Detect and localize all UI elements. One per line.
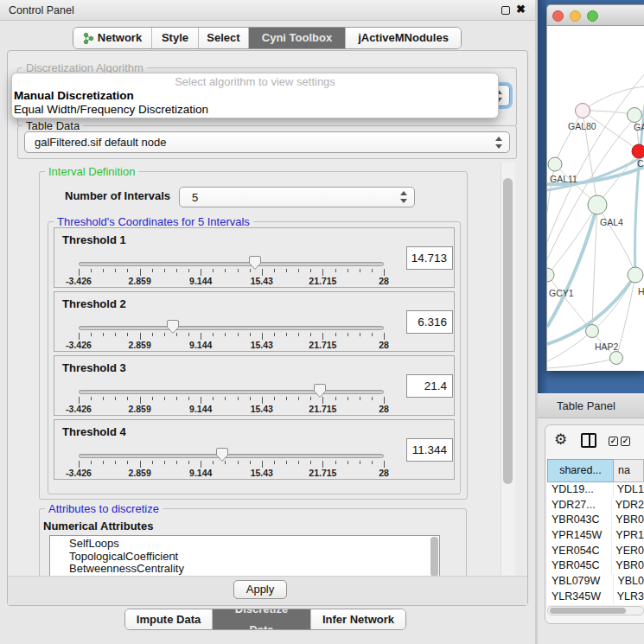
slider-tick [176,269,177,272]
slider-scale-label: 21.715 [309,340,336,350]
node-gal80[interactable] [576,104,590,118]
tab-impute-data[interactable]: Impute Data [125,609,212,629]
cell-name[interactable]: YLR3 [613,590,644,605]
zoom-traffic-light-icon[interactable] [587,10,598,22]
slider-tick [384,269,385,276]
minimize-traffic-light-icon[interactable] [570,10,581,22]
network-canvas[interactable]: GAL80 GA C GAL11 GAL4 GCY1 H HAP2 [546,26,644,371]
attribute-list-item[interactable]: SelfLoops [50,536,439,551]
table-hscrollbar-thumb[interactable] [550,608,626,614]
table-row[interactable]: YPR145WYPR1 [547,528,644,544]
list-scrollbar-thumb[interactable] [430,537,438,577]
node-hap2[interactable] [586,325,599,338]
panel-scrollbar-thumb[interactable] [503,178,513,484]
cell-shared-name[interactable]: YDL19... [547,482,613,498]
popup-option-manual-discretization[interactable]: Manual Discretization [12,89,498,103]
threshold-slider-track[interactable] [79,262,384,266]
cell-name[interactable]: YPR1 [611,528,644,544]
table-row[interactable]: YER054CYER0 [547,544,644,559]
tab-jactivemnodules[interactable]: jActiveMNodules [345,28,461,48]
cell-shared-name[interactable]: YIL052C [547,605,614,606]
tab-discretize-data[interactable]: Discretize Data [212,609,310,629]
cell-shared-name[interactable]: YBR043C [547,513,611,528]
threshold-value-field[interactable]: 14.713 [406,246,453,270]
cell-name[interactable]: YBL0 [613,574,644,590]
node-h[interactable] [628,267,643,283]
gear-icon[interactable]: ⚙ [554,431,567,449]
threshold-value-field[interactable]: 6.316 [406,310,453,334]
table-row[interactable]: YLR345WYLR3 [547,590,644,605]
table-row[interactable]: YDR27...YDR2 [547,498,644,513]
cell-name[interactable]: YDL1 [613,482,644,498]
float-window-icon[interactable] [501,6,510,15]
cell-name[interactable]: YER0 [611,544,644,559]
threshold-slider-track[interactable] [79,326,384,330]
slider-scale-label: 28 [379,340,389,350]
cell-shared-name[interactable]: YER054C [547,544,611,559]
slider-tick [274,269,275,272]
close-icon[interactable]: ✖ [516,3,526,16]
threshold-slider-track[interactable] [79,454,384,458]
slider-tick [201,397,201,404]
table-row[interactable]: YBR045CYBR0 [547,558,644,574]
threshold-value-field[interactable]: 21.4 [406,374,453,398]
cell-name[interactable]: YBR0 [611,558,644,574]
column-header-shared-name[interactable]: shared... [547,459,614,482]
attribute-list-item[interactable]: TopologicalCoefficient [50,551,439,564]
node[interactable] [628,108,642,123]
checkbox-icon[interactable]: ✓ [621,437,630,446]
tab-infer-network[interactable]: Infer Network [310,609,405,629]
thick-edges [547,105,644,344]
apply-button[interactable]: Apply [233,580,287,599]
node-gal4[interactable] [588,195,607,214]
table-hscrollbar-track[interactable] [547,606,644,615]
combo-stepper-icon [400,191,408,203]
slider-tick [335,269,336,272]
threshold-block: Threshold 3 -3.4262.8599.14415.4321.7152… [54,355,455,416]
number-of-intervals-combobox[interactable]: 5 [179,187,415,207]
tab-style[interactable]: Style [151,28,198,48]
slider-tick [152,461,153,464]
node-gcy1[interactable] [547,268,554,282]
node[interactable] [610,352,623,365]
attribute-list-item[interactable]: BetweennessCentrality [50,563,439,576]
cell-shared-name[interactable]: YPR145W [547,528,611,544]
slider-tick [262,269,263,276]
tab-network[interactable]: Network [73,28,151,48]
popup-option-equal-width-frequency[interactable]: Equal Width/Frequency Discretization [12,103,498,117]
threshold-block: Threshold 1 -3.4262.8599.14415.4321.7152… [54,227,455,288]
node-label: HAP2 [595,341,619,352]
slider-scale-label: 15.43 [251,276,273,286]
cell-name[interactable]: YDR2 [611,498,644,513]
cell-name[interactable]: YBR0 [611,513,644,528]
tab-select[interactable]: Select [198,28,248,48]
tab-cyni-toolbox[interactable]: Cyni Toolbox [248,28,345,48]
threshold-value-field[interactable]: 11.344 [406,438,453,462]
column-header-name[interactable]: na [614,459,644,482]
table-data-combobox[interactable]: galFiltered.sif default node [24,131,510,153]
cell-name[interactable]: YIL0 [614,605,641,606]
threshold-slider-track[interactable] [79,390,384,394]
network-window-titlebar[interactable] [546,4,644,26]
slider-tick [115,333,116,336]
algorithm-dropdown-popup: Select algorithm to view settings Manual… [11,73,499,118]
cell-shared-name[interactable]: YDR27... [547,498,611,513]
slider-tick [213,269,214,272]
table-row[interactable]: YBL079WYBL0 [547,574,644,590]
slider-tick [225,269,226,272]
slider-tick [238,333,239,336]
cell-shared-name[interactable]: YLR345W [547,590,613,605]
table-row[interactable]: YIL052CYIL0 [547,605,644,606]
close-traffic-light-icon[interactable] [552,10,564,22]
group-title-interval-definition: Interval Definition [45,165,138,178]
cell-shared-name[interactable]: YBR045C [547,558,611,574]
slider-scale: -3.4262.8599.14415.4321.71528 [79,404,384,414]
cell-shared-name[interactable]: YBL079W [547,574,613,590]
slider-scale-label: 9.144 [189,404,212,414]
node-gal11[interactable] [548,157,562,171]
table-row[interactable]: YBR043CYBR0 [547,513,644,528]
columns-icon[interactable] [581,433,596,448]
table-row[interactable]: YDL19...YDL1 [547,482,644,498]
node-red[interactable] [632,144,644,158]
checkbox-icon[interactable]: ✓ [609,437,618,446]
